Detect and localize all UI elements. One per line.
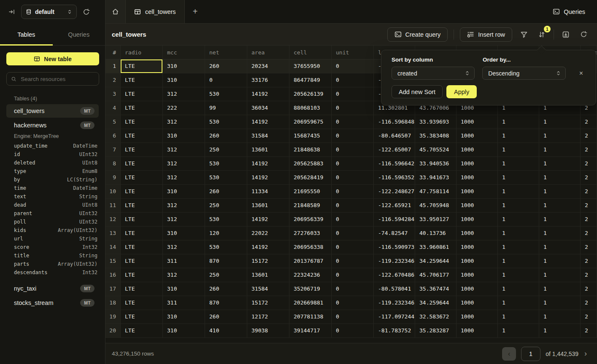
data-cell[interactable]: 311 <box>163 296 205 310</box>
data-cell[interactable]: 21695550 <box>289 185 332 198</box>
data-cell[interactable]: 33.941673 <box>415 171 457 184</box>
data-cell[interactable]: LTE <box>121 268 163 282</box>
database-selector[interactable]: default <box>21 5 77 19</box>
data-cell[interactable]: 1 <box>498 240 539 254</box>
data-cell[interactable]: 2 <box>581 185 597 198</box>
data-cell[interactable]: 2 <box>581 268 597 282</box>
data-cell[interactable]: 2 <box>581 226 597 240</box>
data-cell[interactable]: LTE <box>121 143 163 156</box>
data-cell[interactable]: 0 <box>332 59 374 73</box>
data-cell[interactable]: 1000 <box>457 213 498 226</box>
data-cell[interactable]: 1000 <box>457 296 498 310</box>
data-cell[interactable]: 13601 <box>247 199 289 212</box>
data-cell[interactable]: 250 <box>205 268 247 282</box>
data-cell[interactable]: 1 <box>498 324 539 337</box>
data-cell[interactable]: 88068103 <box>289 101 332 115</box>
data-cell[interactable]: 1 <box>498 185 539 198</box>
sidebar-tab-tables[interactable]: Tables <box>0 24 53 45</box>
data-cell[interactable]: LTE <box>121 73 163 87</box>
data-cell[interactable]: 35206719 <box>289 282 332 296</box>
data-cell[interactable]: 14192 <box>247 240 289 254</box>
data-cell[interactable]: 0 <box>332 157 374 170</box>
sidebar-tab-queries[interactable]: Queries <box>53 24 105 45</box>
sidebar-table-stocks_stream[interactable]: stocks_streamMT <box>6 296 99 310</box>
data-cell[interactable]: LTE <box>121 171 163 184</box>
data-cell[interactable]: 1 <box>539 199 581 212</box>
data-cell[interactable]: 33.939693 <box>415 115 457 129</box>
data-cell[interactable]: 250 <box>205 143 247 156</box>
data-cell[interactable]: 1000 <box>457 240 498 254</box>
data-cell[interactable]: 0 <box>332 199 374 212</box>
create-query-button[interactable]: Create query <box>387 27 448 42</box>
data-cell[interactable]: 310 <box>163 282 205 296</box>
data-cell[interactable]: 0 <box>332 213 374 226</box>
data-cell[interactable]: 312 <box>163 115 205 129</box>
data-cell[interactable]: 20234 <box>247 59 289 73</box>
data-cell[interactable]: LTE <box>121 115 163 129</box>
data-cell[interactable]: -116.596642 <box>374 157 415 170</box>
data-cell[interactable]: 1000 <box>457 226 498 240</box>
data-cell[interactable]: 0 <box>332 143 374 156</box>
data-cell[interactable]: 14192 <box>247 213 289 226</box>
data-cell[interactable]: 14192 <box>247 115 289 129</box>
data-cell[interactable]: 1 <box>498 254 539 268</box>
data-cell[interactable]: 2 <box>581 240 597 254</box>
data-cell[interactable]: 0 <box>332 73 374 87</box>
data-cell[interactable]: 1 <box>498 129 539 143</box>
data-cell[interactable]: LTE <box>121 254 163 268</box>
data-cell[interactable]: LTE <box>121 213 163 226</box>
data-cell[interactable]: 1 <box>539 310 581 324</box>
apply-sort-button[interactable]: Apply <box>446 85 477 98</box>
data-cell[interactable]: 206956339 <box>289 213 332 226</box>
data-cell[interactable]: -116.596848 <box>374 115 415 129</box>
data-cell[interactable]: 310 <box>163 185 205 198</box>
data-cell[interactable]: 45.705948 <box>415 199 457 212</box>
data-cell[interactable]: 1000 <box>457 324 498 337</box>
data-cell[interactable]: 11334 <box>247 185 289 198</box>
data-cell[interactable]: -122.248627 <box>374 185 415 198</box>
data-cell[interactable]: LTE <box>121 157 163 170</box>
sort-order-select[interactable]: Descending <box>482 67 565 80</box>
data-cell[interactable]: 33176 <box>247 73 289 87</box>
refresh-table-button[interactable] <box>578 29 589 40</box>
data-cell[interactable]: 34.259644 <box>415 296 457 310</box>
data-cell[interactable]: -80.646507 <box>374 129 415 143</box>
data-cell[interactable]: 31584 <box>247 282 289 296</box>
data-cell[interactable]: 0 <box>332 282 374 296</box>
data-cell[interactable]: 13601 <box>247 268 289 282</box>
data-cell[interactable]: -119.232346 <box>374 254 415 268</box>
data-cell[interactable]: 1 <box>539 282 581 296</box>
data-cell[interactable]: 1 <box>498 226 539 240</box>
next-page-button[interactable]: › <box>583 349 588 358</box>
data-cell[interactable]: 1000 <box>457 115 498 129</box>
data-cell[interactable]: 310 <box>163 226 205 240</box>
data-cell[interactable]: LTE <box>121 282 163 296</box>
data-cell[interactable]: 260 <box>205 185 247 198</box>
data-cell[interactable]: 1 <box>498 310 539 324</box>
data-cell[interactable]: 0 <box>332 101 374 115</box>
data-cell[interactable]: 260 <box>205 59 247 73</box>
data-cell[interactable]: 14192 <box>247 87 289 101</box>
data-cell[interactable]: 310 <box>163 310 205 324</box>
sort-button[interactable]: 1 <box>536 29 548 40</box>
data-cell[interactable]: 2 <box>581 282 597 296</box>
data-cell[interactable]: 45.706177 <box>415 268 457 282</box>
data-cell[interactable]: 35.367474 <box>415 282 457 296</box>
data-cell[interactable]: 205625883 <box>289 157 332 170</box>
data-cell[interactable]: 260 <box>205 310 247 324</box>
sidebar-table-cell_towers[interactable]: cell_towersMT <box>6 104 99 118</box>
data-cell[interactable]: 1 <box>498 157 539 170</box>
data-cell[interactable]: 36034 <box>247 101 289 115</box>
data-cell[interactable]: -122.670486 <box>374 268 415 282</box>
data-cell[interactable]: 312 <box>163 213 205 226</box>
data-cell[interactable]: 1 <box>498 282 539 296</box>
data-cell[interactable]: 530 <box>205 87 247 101</box>
data-cell[interactable]: 2 <box>581 324 597 337</box>
data-cell[interactable]: 34.259644 <box>415 254 457 268</box>
data-cell[interactable]: -116.590973 <box>374 240 415 254</box>
data-cell[interactable]: 12172 <box>247 310 289 324</box>
data-cell[interactable]: 35.383408 <box>415 129 457 143</box>
data-cell[interactable]: 21848638 <box>289 143 332 156</box>
data-cell[interactable]: 1 <box>498 115 539 129</box>
data-cell[interactable]: -116.594284 <box>374 213 415 226</box>
